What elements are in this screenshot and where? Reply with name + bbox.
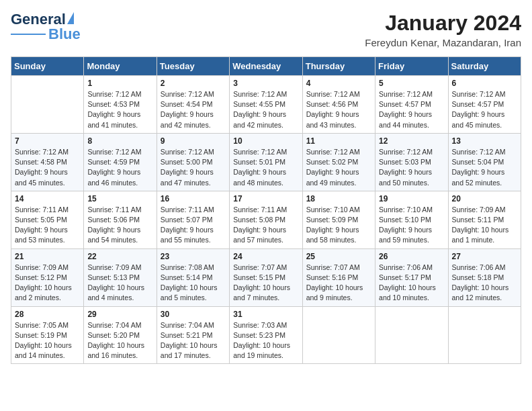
day-info: Sunrise: 7:03 AMSunset: 5:23 PMDaylight:… xyxy=(233,320,298,361)
calendar-cell xyxy=(448,306,521,364)
calendar-cell: 1Sunrise: 7:12 AMSunset: 4:53 PMDaylight… xyxy=(84,76,157,134)
day-info: Sunrise: 7:10 AMSunset: 5:09 PMDaylight:… xyxy=(306,205,371,246)
day-info: Sunrise: 7:08 AMSunset: 5:14 PMDaylight:… xyxy=(161,263,226,304)
calendar-table: SundayMondayTuesdayWednesdayThursdayFrid… xyxy=(11,56,521,364)
calendar-header-row: SundayMondayTuesdayWednesdayThursdayFrid… xyxy=(11,57,521,76)
calendar-cell: 10Sunrise: 7:12 AMSunset: 5:01 PMDayligh… xyxy=(230,133,302,191)
day-number: 28 xyxy=(15,310,80,319)
day-number: 2 xyxy=(161,79,226,88)
calendar-cell: 28Sunrise: 7:05 AMSunset: 5:19 PMDayligh… xyxy=(11,306,84,364)
calendar-cell xyxy=(11,76,84,134)
calendar-cell: 21Sunrise: 7:09 AMSunset: 5:12 PMDayligh… xyxy=(11,248,84,306)
day-info: Sunrise: 7:09 AMSunset: 5:11 PMDaylight:… xyxy=(452,205,517,246)
day-info: Sunrise: 7:09 AMSunset: 5:13 PMDaylight:… xyxy=(87,263,152,304)
day-number: 27 xyxy=(452,252,517,261)
day-info: Sunrise: 7:04 AMSunset: 5:20 PMDaylight:… xyxy=(87,320,152,361)
calendar-cell: 6Sunrise: 7:12 AMSunset: 4:57 PMDaylight… xyxy=(448,76,521,134)
day-info: Sunrise: 7:11 AMSunset: 5:05 PMDaylight:… xyxy=(15,205,80,246)
page-header: General Blue January 2024 Fereydun Kenar… xyxy=(11,11,521,48)
calendar-cell: 8Sunrise: 7:12 AMSunset: 4:59 PMDaylight… xyxy=(84,133,157,191)
day-info: Sunrise: 7:07 AMSunset: 5:16 PMDaylight:… xyxy=(306,263,371,304)
calendar-cell: 19Sunrise: 7:10 AMSunset: 5:10 PMDayligh… xyxy=(375,191,448,248)
calendar-cell: 16Sunrise: 7:11 AMSunset: 5:07 PMDayligh… xyxy=(157,191,229,248)
day-number: 4 xyxy=(306,79,371,88)
calendar-cell: 13Sunrise: 7:12 AMSunset: 5:04 PMDayligh… xyxy=(448,133,521,191)
calendar-cell: 27Sunrise: 7:06 AMSunset: 5:18 PMDayligh… xyxy=(448,248,521,306)
logo-triangle-icon xyxy=(67,12,74,24)
column-header-thursday: Thursday xyxy=(302,57,375,76)
calendar-cell: 26Sunrise: 7:06 AMSunset: 5:17 PMDayligh… xyxy=(375,248,448,306)
calendar-cell xyxy=(302,306,375,364)
calendar-week-row: 28Sunrise: 7:05 AMSunset: 5:19 PMDayligh… xyxy=(11,306,521,364)
day-info: Sunrise: 7:12 AMSunset: 5:00 PMDaylight:… xyxy=(161,147,226,188)
day-number: 15 xyxy=(87,194,152,203)
day-info: Sunrise: 7:12 AMSunset: 4:53 PMDaylight:… xyxy=(87,89,152,130)
day-info: Sunrise: 7:12 AMSunset: 5:01 PMDaylight:… xyxy=(233,147,298,188)
day-number: 7 xyxy=(15,136,80,146)
logo-blue-text: Blue xyxy=(48,26,81,43)
day-number: 6 xyxy=(452,79,517,88)
day-info: Sunrise: 7:11 AMSunset: 5:08 PMDaylight:… xyxy=(233,205,298,246)
column-header-friday: Friday xyxy=(375,57,448,76)
calendar-cell: 15Sunrise: 7:11 AMSunset: 5:06 PMDayligh… xyxy=(84,191,157,248)
calendar-cell: 25Sunrise: 7:07 AMSunset: 5:16 PMDayligh… xyxy=(302,248,375,306)
calendar-week-row: 14Sunrise: 7:11 AMSunset: 5:05 PMDayligh… xyxy=(11,191,521,248)
calendar-week-row: 1Sunrise: 7:12 AMSunset: 4:53 PMDaylight… xyxy=(11,76,521,134)
calendar-cell: 31Sunrise: 7:03 AMSunset: 5:23 PMDayligh… xyxy=(230,306,302,364)
column-header-sunday: Sunday xyxy=(11,57,84,76)
day-info: Sunrise: 7:12 AMSunset: 4:58 PMDaylight:… xyxy=(15,147,80,188)
column-header-wednesday: Wednesday xyxy=(230,57,302,76)
day-number: 5 xyxy=(379,79,444,88)
column-header-saturday: Saturday xyxy=(448,57,521,76)
calendar-cell xyxy=(375,306,448,364)
day-number: 30 xyxy=(161,310,226,319)
day-number: 25 xyxy=(306,252,371,261)
day-number: 9 xyxy=(161,136,226,146)
day-info: Sunrise: 7:12 AMSunset: 4:56 PMDaylight:… xyxy=(306,89,371,130)
day-number: 18 xyxy=(306,194,371,203)
day-info: Sunrise: 7:12 AMSunset: 5:03 PMDaylight:… xyxy=(379,147,444,188)
day-number: 19 xyxy=(379,194,444,203)
day-number: 20 xyxy=(452,194,517,203)
day-number: 24 xyxy=(233,252,298,261)
calendar-cell: 4Sunrise: 7:12 AMSunset: 4:56 PMDaylight… xyxy=(302,76,375,134)
month-title: January 2024 xyxy=(365,11,521,36)
day-number: 11 xyxy=(306,136,371,146)
day-number: 22 xyxy=(87,252,152,261)
day-number: 26 xyxy=(379,252,444,261)
day-number: 21 xyxy=(15,252,80,261)
location-subtitle: Fereydun Kenar, Mazandaran, Iran xyxy=(365,37,521,48)
column-header-monday: Monday xyxy=(84,57,157,76)
day-number: 16 xyxy=(161,194,226,203)
day-number: 17 xyxy=(233,194,298,203)
calendar-cell: 3Sunrise: 7:12 AMSunset: 4:55 PMDaylight… xyxy=(230,76,302,134)
day-info: Sunrise: 7:12 AMSunset: 4:57 PMDaylight:… xyxy=(379,89,444,130)
calendar-cell: 14Sunrise: 7:11 AMSunset: 5:05 PMDayligh… xyxy=(11,191,84,248)
day-info: Sunrise: 7:12 AMSunset: 4:55 PMDaylight:… xyxy=(233,89,298,130)
calendar-cell: 11Sunrise: 7:12 AMSunset: 5:02 PMDayligh… xyxy=(302,133,375,191)
day-info: Sunrise: 7:05 AMSunset: 5:19 PMDaylight:… xyxy=(15,320,80,361)
day-info: Sunrise: 7:10 AMSunset: 5:10 PMDaylight:… xyxy=(379,205,444,246)
day-info: Sunrise: 7:12 AMSunset: 5:04 PMDaylight:… xyxy=(452,147,517,188)
day-number: 1 xyxy=(87,79,152,88)
day-number: 3 xyxy=(233,79,298,88)
title-area: January 2024 Fereydun Kenar, Mazandaran,… xyxy=(365,11,521,48)
calendar-cell: 2Sunrise: 7:12 AMSunset: 4:54 PMDaylight… xyxy=(157,76,229,134)
day-info: Sunrise: 7:12 AMSunset: 5:02 PMDaylight:… xyxy=(306,147,371,188)
day-number: 8 xyxy=(87,136,152,146)
calendar-week-row: 21Sunrise: 7:09 AMSunset: 5:12 PMDayligh… xyxy=(11,248,521,306)
day-number: 29 xyxy=(87,310,152,319)
day-info: Sunrise: 7:07 AMSunset: 5:15 PMDaylight:… xyxy=(233,263,298,304)
day-info: Sunrise: 7:04 AMSunset: 5:21 PMDaylight:… xyxy=(161,320,226,361)
calendar-cell: 22Sunrise: 7:09 AMSunset: 5:13 PMDayligh… xyxy=(84,248,157,306)
day-info: Sunrise: 7:11 AMSunset: 5:07 PMDaylight:… xyxy=(161,205,226,246)
column-header-tuesday: Tuesday xyxy=(157,57,229,76)
day-number: 31 xyxy=(233,310,298,319)
calendar-cell: 29Sunrise: 7:04 AMSunset: 5:20 PMDayligh… xyxy=(84,306,157,364)
day-info: Sunrise: 7:12 AMSunset: 4:59 PMDaylight:… xyxy=(87,147,152,188)
logo: General Blue xyxy=(11,11,81,43)
day-info: Sunrise: 7:11 AMSunset: 5:06 PMDaylight:… xyxy=(87,205,152,246)
calendar-cell: 20Sunrise: 7:09 AMSunset: 5:11 PMDayligh… xyxy=(448,191,521,248)
calendar-cell: 23Sunrise: 7:08 AMSunset: 5:14 PMDayligh… xyxy=(157,248,229,306)
calendar-cell: 7Sunrise: 7:12 AMSunset: 4:58 PMDaylight… xyxy=(11,133,84,191)
